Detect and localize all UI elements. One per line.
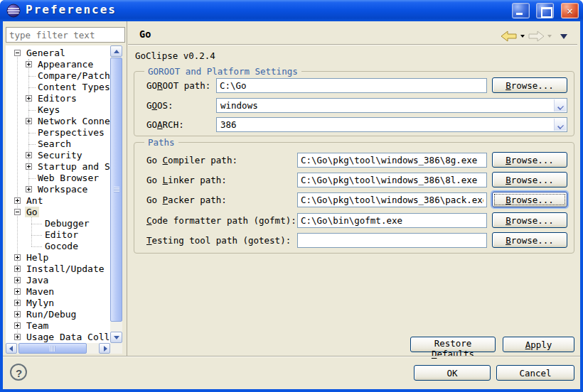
filter-input[interactable] <box>6 27 125 43</box>
scroll-left-button[interactable] <box>6 343 17 354</box>
scroll-down-button[interactable] <box>110 332 122 343</box>
expander-icon[interactable] <box>26 61 32 67</box>
expander-icon[interactable] <box>26 118 32 124</box>
tree-item[interactable]: Security <box>6 150 110 161</box>
expander-icon[interactable] <box>14 322 21 329</box>
tree-item-label: General <box>25 48 67 58</box>
tree-item[interactable]: Help <box>6 252 110 263</box>
goroot-path-input[interactable] <box>216 78 487 93</box>
path-row: Go Linker path: Browse... <box>134 173 574 189</box>
browse-button[interactable]: Browse... <box>492 152 567 168</box>
tree-item[interactable]: Workspace <box>6 184 110 195</box>
tree-item[interactable]: Install/Update <box>6 263 110 275</box>
path-row: Code formatter path (gofmt): Browse... <box>134 213 574 229</box>
path-row: Go Packer path: Browse... <box>134 192 574 209</box>
tree-item-label: Java <box>25 275 50 285</box>
tree-item-label: Search <box>36 138 73 149</box>
eclipse-icon <box>6 4 21 18</box>
expander-icon[interactable] <box>14 266 21 272</box>
tree-item[interactable]: Java <box>6 275 110 286</box>
arrow-right-icon <box>104 346 107 352</box>
browse-button[interactable]: Browse... <box>492 232 567 248</box>
goroot-browse-button[interactable]: Browse... <box>492 77 567 93</box>
expander-icon[interactable] <box>26 163 32 170</box>
browse-button[interactable]: Browse... <box>492 172 567 187</box>
tree-item[interactable]: Network Connect <box>6 116 110 127</box>
tree-item-label: Perspectives <box>36 127 106 138</box>
tree-item[interactable]: Ant <box>6 195 110 207</box>
tree-item-label: Mylyn <box>25 298 55 308</box>
expander-icon[interactable] <box>14 254 21 261</box>
tree-item-label: Gocode <box>43 241 80 251</box>
tree-item[interactable]: Compare/Patch <box>6 70 110 82</box>
expander-icon[interactable] <box>26 95 32 102</box>
tree-vertical-scrollbar[interactable] <box>110 45 122 343</box>
tree-item[interactable]: Keys <box>6 104 110 116</box>
expander-icon[interactable] <box>14 288 21 295</box>
tree-item[interactable]: Perspectives <box>6 127 110 138</box>
tree-item[interactable]: Gocode <box>6 241 110 252</box>
path-input[interactable] <box>297 153 487 168</box>
path-input[interactable] <box>297 173 487 187</box>
expander-icon[interactable] <box>26 186 32 192</box>
help-button[interactable]: ? <box>10 364 27 381</box>
ok-button[interactable]: OK <box>414 365 491 381</box>
tree-item[interactable]: Content Types <box>6 82 110 93</box>
tree-item[interactable]: Editor <box>6 229 110 241</box>
chevron-down-icon[interactable] <box>554 99 566 111</box>
expander-icon[interactable] <box>26 152 32 158</box>
tree-item[interactable]: General <box>6 48 110 59</box>
tree-item-label: Startup and Shu <box>36 161 110 172</box>
expander-icon[interactable] <box>14 334 21 340</box>
browse-button[interactable]: Browse... <box>492 192 567 207</box>
tree-item[interactable]: Web Browser <box>6 173 110 184</box>
minimize-button[interactable] <box>512 3 530 18</box>
browse-button[interactable]: Browse... <box>492 212 567 228</box>
scroll-right-button[interactable] <box>99 343 110 354</box>
back-arrow-icon[interactable] <box>501 31 518 42</box>
close-button[interactable]: ✕ <box>561 3 579 18</box>
tree-item[interactable]: Mylyn <box>6 298 110 309</box>
expander-icon[interactable] <box>14 300 21 306</box>
arrow-left-icon <box>9 346 13 352</box>
tree-item[interactable]: Appearance <box>6 59 110 70</box>
tree-item[interactable]: Editors <box>6 93 110 104</box>
expander-icon[interactable] <box>14 209 21 215</box>
tree-item[interactable]: Team <box>6 320 110 332</box>
expander-icon[interactable] <box>14 197 21 204</box>
goarch-select[interactable]: 386 <box>216 117 567 132</box>
tree-rows: General Appearance Compare/Patch Content… <box>6 45 110 343</box>
page-navigation <box>501 31 567 42</box>
expander-icon[interactable] <box>14 311 21 317</box>
apply-button[interactable]: Apply <box>503 337 574 352</box>
tree-item-label: Editor <box>43 229 80 240</box>
tree-item-label: Compare/Patch <box>36 70 110 81</box>
tree-item[interactable]: Run/Debug <box>6 309 110 320</box>
tree-item[interactable]: Maven <box>6 286 110 298</box>
vertical-scroll-thumb[interactable] <box>110 58 122 322</box>
tree-item[interactable]: Startup and Shu <box>6 161 110 173</box>
maximize-button[interactable] <box>536 3 554 18</box>
titlebar[interactable]: Preferences ✕ <box>0 0 583 21</box>
tree-item[interactable]: Debugger <box>6 218 110 229</box>
tree-item-label: Network Connect <box>36 116 110 126</box>
horizontal-scroll-thumb[interactable] <box>18 343 87 354</box>
cancel-button[interactable]: Cancel <box>496 365 574 381</box>
tree-horizontal-scrollbar[interactable] <box>6 343 110 354</box>
goos-select[interactable]: windows <box>216 98 567 113</box>
restore-defaults-button[interactable]: Restore Defaults <box>410 337 496 352</box>
tree-item[interactable]: Go <box>6 207 110 218</box>
expander-icon[interactable] <box>14 277 21 283</box>
path-input[interactable] <box>297 192 487 207</box>
tree-item[interactable]: Search <box>6 138 110 150</box>
expander-icon[interactable] <box>14 50 21 56</box>
scroll-up-button[interactable] <box>110 45 122 57</box>
panel-divider[interactable] <box>127 21 127 356</box>
back-history-dropdown-icon[interactable] <box>520 35 525 38</box>
view-menu-icon[interactable] <box>560 34 567 39</box>
path-input[interactable] <box>297 213 487 228</box>
tree-item[interactable]: Usage Data Collect <box>6 332 110 343</box>
tree-item-label: Go <box>25 207 39 217</box>
path-input[interactable] <box>297 233 487 248</box>
chevron-down-icon[interactable] <box>554 119 566 131</box>
